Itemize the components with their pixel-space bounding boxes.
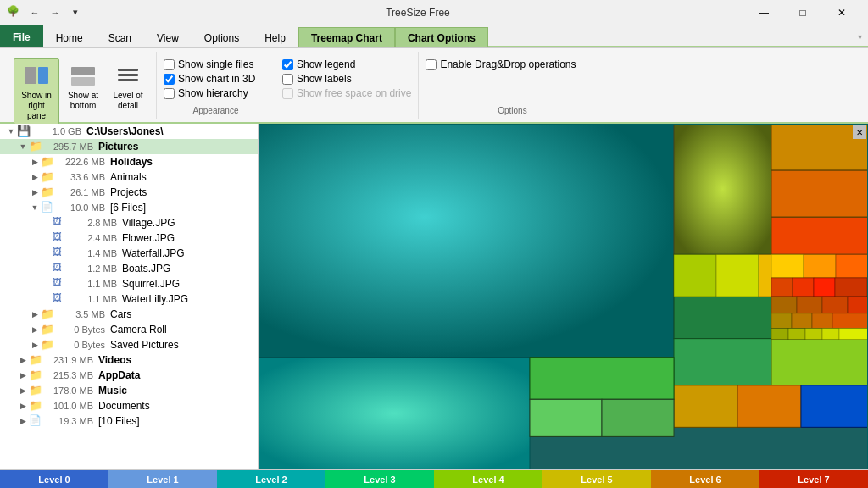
village-icon: 🖼 xyxy=(53,216,66,230)
level-2[interactable]: Level 2 xyxy=(217,470,326,488)
projects-size: 26.1 MB xyxy=(56,187,105,197)
tab-treemap-chart[interactable]: Treemap Chart xyxy=(298,27,395,47)
close-button[interactable]: ✕ xyxy=(822,0,861,25)
show-labels-check[interactable]: Show labels xyxy=(282,73,352,85)
appdata-expand[interactable]: ▶ xyxy=(17,369,29,381)
appearance-group-label: Appearance xyxy=(164,104,268,115)
level-6[interactable]: Level 6 xyxy=(651,470,760,488)
tree-item-village[interactable]: 🖼 2.8 MB Village.JPG xyxy=(0,215,258,230)
tree-item-projects[interactable]: ▶ 📁 26.1 MB Projects xyxy=(0,185,258,200)
tree-item-waterlilly[interactable]: 🖼 1.1 MB WaterLilly.JPG xyxy=(0,291,258,307)
documents-expand[interactable]: ▶ xyxy=(17,400,29,412)
tree-item-squirrel[interactable]: 🖼 1.1 MB Squirrel.JPG xyxy=(0,276,258,291)
tab-help[interactable]: Help xyxy=(252,27,298,47)
music-expand[interactable]: ▶ xyxy=(17,385,29,396)
6files-expand[interactable]: ▼ xyxy=(29,202,41,214)
waterfall-size: 1.4 MB xyxy=(68,248,117,258)
holidays-name: Holidays xyxy=(110,156,153,168)
tree-item-cars[interactable]: ▶ 📁 3.5 MB Cars xyxy=(0,307,258,322)
show-single-files-check[interactable]: Show single files xyxy=(164,58,253,70)
svg-rect-35 xyxy=(797,297,822,313)
treemap-close-button[interactable]: ✕ xyxy=(853,125,866,139)
savedpictures-expand[interactable]: ▶ xyxy=(29,339,41,351)
level-3[interactable]: Level 3 xyxy=(326,470,434,488)
svg-rect-22 xyxy=(602,399,674,436)
tree-item-cameraroll[interactable]: ▶ 📁 0 Bytes Camera Roll xyxy=(0,322,258,337)
tree-item-documents[interactable]: ▶ 📁 101.0 MB Documents xyxy=(0,398,258,413)
tree-pane[interactable]: ▼ 💾 1.0 GB C:\Users\Jones\ ▼ 📁 295.7 MB … xyxy=(0,124,259,469)
forward-button[interactable]: → xyxy=(46,3,64,22)
show-legend-input[interactable] xyxy=(282,59,293,70)
tree-item-videos[interactable]: ▶ 📁 231.9 MB Videos xyxy=(0,352,258,368)
drag-drop-input[interactable] xyxy=(426,59,437,70)
tree-item-appdata[interactable]: ▶ 📁 215.3 MB AppData xyxy=(0,368,258,383)
level-detail-button[interactable]: Level of detail xyxy=(107,58,149,114)
tab-scan[interactable]: Scan xyxy=(96,27,144,47)
tree-root[interactable]: ▼ 💾 1.0 GB C:\Users\Jones\ xyxy=(0,124,258,139)
svg-rect-23 xyxy=(674,254,716,297)
cameraroll-expand[interactable]: ▶ xyxy=(29,324,41,336)
10files-expand[interactable]: ▶ xyxy=(17,415,29,427)
pictures-expand[interactable]: ▼ xyxy=(17,141,29,152)
show-free-space-check[interactable]: Show free space on drive xyxy=(282,87,411,99)
tab-view[interactable]: View xyxy=(144,27,192,47)
level-0[interactable]: Level 0 xyxy=(0,470,108,488)
level-legend: Level 0 Level 1 Level 2 Level 3 Level 4 … xyxy=(0,469,868,488)
cars-expand[interactable]: ▶ xyxy=(29,308,41,320)
show-single-files-input[interactable] xyxy=(164,59,175,70)
level-detail-icon xyxy=(114,62,142,89)
show-bottom-button[interactable]: Show at bottom xyxy=(61,58,105,114)
svg-rect-34 xyxy=(771,297,797,313)
root-size: 1.0 GB xyxy=(32,126,81,136)
drag-drop-check[interactable]: Enable Drag&Drop operations xyxy=(426,58,576,70)
tab-file[interactable]: File xyxy=(0,25,43,47)
svg-rect-31 xyxy=(793,278,814,297)
maximize-button[interactable]: □ xyxy=(783,0,822,25)
tree-item-waterfall[interactable]: 🖼 1.4 MB Waterfall.JPG xyxy=(0,246,258,261)
projects-expand[interactable]: ▶ xyxy=(29,186,41,198)
root-expand[interactable]: ▼ xyxy=(5,125,17,137)
level-detail-label: Level of detail xyxy=(111,91,145,111)
6files-icon: 📄 xyxy=(41,201,54,214)
squirrel-size: 1.1 MB xyxy=(68,279,117,289)
tab-options[interactable]: Options xyxy=(192,27,252,47)
root-name: C:\Users\Jones\ xyxy=(86,125,164,137)
nav-controls: ← → ▾ xyxy=(25,3,85,22)
tab-chart-options[interactable]: Chart Options xyxy=(395,27,488,47)
show-chart-3d-input[interactable] xyxy=(164,74,175,85)
show-hierarchy-input[interactable] xyxy=(164,88,175,99)
show-chart-3d-check[interactable]: Show chart in 3D xyxy=(164,73,255,85)
level-7[interactable]: Level 7 xyxy=(760,470,868,488)
svg-rect-29 xyxy=(836,254,868,278)
documents-icon: 📁 xyxy=(29,399,42,413)
level-5[interactable]: Level 5 xyxy=(542,470,651,488)
tab-home[interactable]: Home xyxy=(43,27,96,47)
tree-item-6files[interactable]: ▼ 📄 10.0 MB [6 Files] xyxy=(0,200,258,215)
show-labels-input[interactable] xyxy=(282,74,293,85)
tree-item-boats[interactable]: 🖼 1.2 MB Boats.JPG xyxy=(0,261,258,276)
treemap-pane[interactable]: ✕ xyxy=(259,124,868,469)
position-group: Show in right pane Show at bottom xyxy=(7,52,157,119)
show-hierarchy-check[interactable]: Show hierarchy xyxy=(164,87,248,99)
tree-item-holidays[interactable]: ▶ 📁 222.6 MB Holidays xyxy=(0,154,258,169)
videos-expand[interactable]: ▶ xyxy=(17,354,29,366)
svg-rect-0 xyxy=(25,67,36,84)
appdata-size: 215.3 MB xyxy=(44,370,93,380)
dropdown-button[interactable]: ▾ xyxy=(66,3,85,22)
minimize-button[interactable]: — xyxy=(744,0,783,25)
level-4[interactable]: Level 4 xyxy=(434,470,542,488)
holidays-expand[interactable]: ▶ xyxy=(29,156,41,168)
tree-item-pictures[interactable]: ▼ 📁 295.7 MB Pictures xyxy=(0,139,258,154)
tree-item-flower[interactable]: 🖼 2.4 MB Flower.JPG xyxy=(0,230,258,246)
show-legend-check[interactable]: Show legend xyxy=(282,58,355,70)
show-right-pane-button[interactable]: Show in right pane xyxy=(14,58,59,125)
tree-item-10files[interactable]: ▶ 📄 19.3 MB [10 Files] xyxy=(0,413,258,429)
tree-item-savedpictures[interactable]: ▶ 📁 0 Bytes Saved Pictures xyxy=(0,337,258,352)
level-1[interactable]: Level 1 xyxy=(108,470,217,488)
back-button[interactable]: ← xyxy=(25,3,44,22)
tree-item-animals[interactable]: ▶ 📁 33.6 MB Animals xyxy=(0,169,258,185)
options-group: Enable Drag&Drop operations Options xyxy=(419,52,605,119)
tree-item-music[interactable]: ▶ 📁 178.0 MB Music xyxy=(0,383,258,398)
show-free-space-input[interactable] xyxy=(282,88,293,99)
animals-expand[interactable]: ▶ xyxy=(29,171,41,183)
